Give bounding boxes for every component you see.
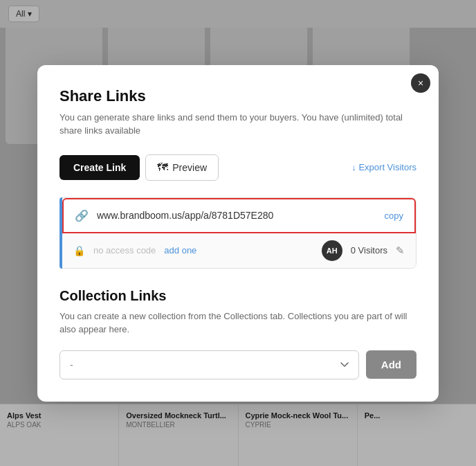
add-collection-button[interactable]: Add [366,350,416,379]
edit-link-button[interactable]: ✎ [396,244,405,257]
create-link-label: Create Link [73,162,126,173]
collection-links-desc: You can create a new collection from the… [60,310,416,337]
action-row: Create Link 🗺 Preview ↓ Export Visitors [60,154,416,181]
close-icon: × [418,78,423,88]
export-visitors-link[interactable]: ↓ Export Visitors [351,162,416,172]
link-url-row: 🔗 www.brandboom.us/app/a/8781D57E280 cop… [62,198,416,233]
preview-label: Preview [172,162,207,173]
modal-overlay: × Share Links You can generate share lin… [0,0,476,466]
export-label: ↓ Export Visitors [351,162,416,172]
modal-subtitle: You can generate share links and send th… [60,111,416,138]
add-access-code-link[interactable]: add one [164,245,196,256]
link-meta-row: 🔒 no access code add one AH 0 Visitors ✎ [62,233,416,268]
collection-links-title: Collection Links [60,288,416,304]
add-collection-label: Add [381,359,401,370]
action-left: Create Link 🗺 Preview [60,154,219,181]
avatar-initials: AH [327,247,338,255]
collection-select[interactable]: - [60,350,359,379]
modal-title: Share Links [60,87,416,105]
link-meta-right: AH 0 Visitors ✎ [322,240,405,261]
create-link-button[interactable]: Create Link [60,155,140,180]
copy-label: copy [385,210,403,221]
link-card: 🔗 www.brandboom.us/app/a/8781D57E280 cop… [62,197,416,269]
collection-row: - Add [60,350,416,379]
no-access-code-label: no access code [93,245,156,256]
avatar: AH [322,240,342,261]
copy-link-button[interactable]: copy [385,210,403,221]
link-chain-icon: 🔗 [75,209,89,222]
preview-icon: 🗺 [157,161,168,174]
lock-icon: 🔒 [73,245,85,256]
link-url-text: www.brandboom.us/app/a/8781D57E280 [97,210,376,221]
link-card-wrapper: 🔗 www.brandboom.us/app/a/8781D57E280 cop… [60,197,416,269]
visitors-count: 0 Visitors [351,245,387,256]
share-links-modal: × Share Links You can generate share lin… [37,65,439,402]
modal-close-button[interactable]: × [411,73,430,93]
add-one-label: add one [164,245,196,256]
preview-button[interactable]: 🗺 Preview [145,154,219,181]
edit-icon: ✎ [396,244,405,256]
